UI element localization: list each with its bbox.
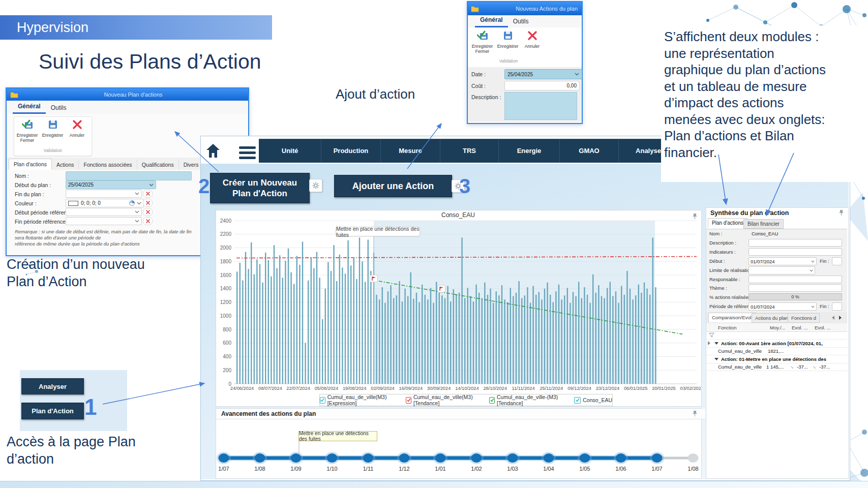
pin-icon[interactable] [838, 209, 845, 216]
checkbox-icon[interactable] [320, 397, 325, 404]
y-tick-label: 1200 [220, 299, 232, 305]
ribbon-tab-outils[interactable]: Outils [508, 16, 534, 27]
save-button[interactable]: Enregistrer [41, 119, 65, 138]
action-flag-icon[interactable] [370, 275, 378, 282]
tab-fonctions-associees[interactable]: Fonctions associées [79, 160, 137, 170]
inner-tab-fonctions[interactable]: Fonctions d [788, 313, 820, 323]
date-select[interactable]: 25/04/2025 [504, 69, 582, 79]
legend-item[interactable]: Conso_EAU [574, 397, 612, 404]
impact-table-data-row[interactable]: Cumul_eau_de_ville 1821,... [706, 347, 847, 355]
nom-input[interactable] [66, 171, 192, 180]
timeline-dot[interactable] [471, 453, 482, 463]
tab-actions[interactable]: Actions [52, 160, 79, 170]
col-fonction[interactable]: Fonction [718, 325, 736, 330]
nav-tab-gmao[interactable]: GMAO [560, 139, 619, 163]
col-evol1[interactable]: Evol. ... [792, 325, 808, 330]
timeline-dot[interactable] [507, 453, 518, 463]
checkbox-icon[interactable] [406, 397, 411, 404]
timeline-dot[interactable] [255, 453, 265, 463]
nav-tab-trs[interactable]: TRS [440, 139, 499, 163]
col-moy[interactable]: Moy./... [770, 325, 785, 330]
pin-icon[interactable] [692, 213, 698, 220]
collapse-icon[interactable] [714, 358, 719, 360]
syn-resp-input[interactable] [749, 276, 842, 283]
save-close-button[interactable]: Enregistrer Fermer [470, 30, 494, 54]
timeline-dot[interactable] [580, 453, 590, 463]
debut-plan-select[interactable]: 25/04/2025 [66, 180, 156, 189]
synthese-tab-plan[interactable]: Plan d'actions [708, 218, 747, 228]
plan-daction-button[interactable]: Plan d'Action [21, 403, 84, 419]
home-icon[interactable] [205, 143, 221, 159]
syn-indic-input[interactable] [749, 248, 842, 256]
debut-ref-clear-icon[interactable] [143, 208, 153, 216]
timeline-dot[interactable] [399, 453, 410, 463]
fin-ref-select[interactable] [66, 217, 142, 225]
save-button[interactable]: Enregistrer [496, 30, 520, 49]
impact-table-data-row[interactable]: Cumul_eau_de_ville 1 145,... → -37... → … [706, 363, 847, 371]
timeline-dot[interactable] [219, 453, 229, 463]
tab-qualifications[interactable]: Qualifications [137, 160, 179, 170]
legend-item[interactable]: Cumul_eau_de_ville(M3) [Expression] [320, 394, 399, 406]
pin-icon[interactable] [692, 410, 698, 417]
nav-tab-production[interactable]: Production [321, 139, 381, 163]
timeline-dot[interactable] [363, 453, 374, 463]
couleur-select[interactable]: 0; 0; 0; 0 [66, 199, 144, 207]
impact-table-group-row[interactable]: Action: 01-Mettre en place une détection… [706, 355, 847, 363]
save-close-button[interactable]: Enregistrer Fermer [15, 119, 39, 143]
syn-theme-input[interactable] [749, 284, 842, 292]
menu-icon[interactable] [239, 146, 256, 162]
inner-tab-comparaison[interactable]: Comparaison/Evol. [708, 313, 756, 322]
syn-limite-select[interactable] [749, 266, 815, 274]
fin-plan-clear-icon[interactable] [143, 190, 153, 198]
syn-debut-select[interactable]: 01/07/2024 [749, 257, 817, 265]
analyser-button[interactable]: Analyser [21, 378, 84, 394]
impact-table-group-row[interactable]: Action: 00-Avant 1ère action [01/07/2024… [706, 339, 847, 348]
expander-icon[interactable] [708, 341, 710, 345]
legend-item[interactable]: Cumul_eau_de_ville-(M3) [Tendance] [489, 394, 567, 406]
dialog-titlebar[interactable]: Nouveau Plan d'actions [7, 88, 248, 101]
legend-item[interactable]: Cumul_eau_de_ville(M3) [Tendance] [406, 394, 482, 406]
add-action-button[interactable]: Ajouter une Action [334, 175, 452, 197]
timeline-dot[interactable] [652, 453, 663, 463]
syn-fin-input[interactable] [832, 257, 842, 265]
ribbon-tab-outils[interactable]: Outils [46, 102, 72, 114]
fin-ref-clear-icon[interactable] [143, 217, 153, 225]
nav-tab-mesure[interactable]: Mesure [381, 139, 440, 163]
nav-tab-unite[interactable]: Unité [259, 139, 321, 163]
timeline-dot[interactable] [688, 453, 699, 463]
create-plan-gear-icon[interactable] [309, 179, 322, 192]
syn-periode-select[interactable]: 01/07/2024 [749, 302, 817, 311]
timeline-dot[interactable] [544, 453, 554, 463]
syn-fin2-input[interactable] [832, 302, 842, 311]
pager-prev-icon[interactable] [832, 316, 834, 320]
timeline-dot[interactable] [327, 453, 338, 463]
ribbon-tab-general[interactable]: Général [13, 101, 46, 114]
color-wheel-icon[interactable] [129, 200, 135, 206]
filter-icon[interactable] [709, 332, 714, 338]
synthese-tab-bilan[interactable]: Bilan financier [743, 219, 784, 229]
pager-next-icon[interactable] [839, 316, 842, 320]
ribbon-tab-general[interactable]: Général [475, 14, 508, 27]
timeline-dot[interactable] [616, 453, 626, 463]
timeline-dot[interactable] [435, 453, 446, 463]
action-flag-icon[interactable] [438, 285, 445, 292]
debut-ref-select[interactable] [66, 208, 142, 216]
fin-plan-select[interactable] [66, 190, 142, 198]
timeline-dot[interactable] [291, 453, 302, 463]
checkbox-icon[interactable] [574, 397, 581, 404]
couleur-clear-icon[interactable] [143, 199, 153, 207]
nav-tab-energie[interactable]: Energie [499, 139, 560, 163]
dialog-titlebar[interactable]: Nouveau Actions du plan [468, 2, 582, 15]
filter-row[interactable] [706, 331, 847, 340]
description-textarea[interactable] [504, 92, 577, 120]
tab-plan-dactions[interactable]: Plan d'actions [9, 159, 52, 170]
cancel-button[interactable]: Annuler [65, 119, 89, 138]
syn-desc-input[interactable] [749, 239, 842, 247]
col-evol2[interactable]: Evol. ... [815, 325, 831, 330]
create-plan-button[interactable]: Créer un NouveauPlan d'Action [210, 173, 310, 203]
collapse-icon[interactable] [714, 342, 719, 345]
cancel-button[interactable]: Annuler [520, 30, 544, 49]
inner-tab-actions[interactable]: Actions du plan [752, 313, 792, 323]
cout-input[interactable]: 0,00 [504, 81, 580, 90]
checkbox-icon[interactable] [489, 397, 495, 404]
